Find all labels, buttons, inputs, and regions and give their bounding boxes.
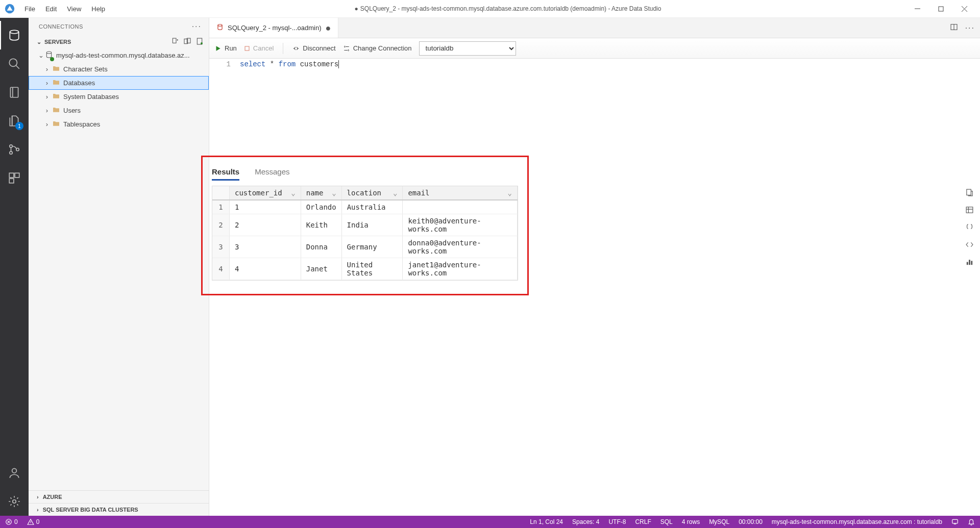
chevron-down-icon: ⌄ <box>393 189 397 197</box>
bigdata-section[interactable]: › SQL SERVER BIG DATA CLUSTERS <box>29 503 209 516</box>
svg-rect-4 <box>10 87 18 97</box>
sidebar: CONNECTIONS ··· ⌄ SERVERS ⌄ mysql-ads-te… <box>29 18 209 516</box>
row-number-header <box>212 186 230 199</box>
code-editor[interactable]: 1 select * from customers <box>209 59 980 156</box>
activity-account-icon[interactable] <box>0 459 29 487</box>
status-warnings[interactable]: 0 <box>27 518 40 525</box>
save-csv-icon[interactable] <box>965 188 974 198</box>
status-spaces[interactable]: Spaces: 4 <box>572 518 599 525</box>
status-feedback-icon[interactable] <box>951 518 959 525</box>
sidebar-header: CONNECTIONS ··· <box>29 18 209 35</box>
status-errors[interactable]: 0 <box>5 518 18 525</box>
activity-explorer-icon[interactable]: 1 <box>0 107 29 135</box>
svg-rect-26 <box>971 261 972 265</box>
sidebar-more-icon[interactable]: ··· <box>192 22 202 31</box>
col-header-location[interactable]: location⌄ <box>342 186 403 199</box>
svg-rect-10 <box>9 179 14 183</box>
activity-settings-icon[interactable] <box>0 487 29 516</box>
database-select[interactable]: tutorialdb <box>419 41 516 56</box>
sql-token: * <box>270 60 274 68</box>
svg-point-19 <box>218 24 222 27</box>
chevron-right-icon: › <box>43 93 51 100</box>
editor-tab[interactable]: SQLQuery_2 - mysql-...oadmin) ● <box>209 18 338 38</box>
results-side-toolbar <box>965 156 974 268</box>
tree-item-databases[interactable]: › Databases <box>29 76 209 90</box>
col-header-email[interactable]: email⌄ <box>403 186 518 199</box>
svg-rect-22 <box>967 189 971 195</box>
activity-sourcecontrol-icon[interactable] <box>0 135 29 164</box>
folder-icon <box>52 64 60 74</box>
status-bell-icon[interactable] <box>968 518 975 525</box>
activity-extensions-icon[interactable] <box>0 164 29 192</box>
save-json-icon[interactable] <box>965 223 974 233</box>
table-row[interactable]: 1 1 Orlando Australia <box>212 200 518 214</box>
status-rowcount[interactable]: 4 rows <box>682 518 700 525</box>
activity-connections-icon[interactable] <box>0 21 29 49</box>
servers-section-label: SERVERS <box>44 39 71 45</box>
table-row[interactable]: 4 4 Janet United States janet1@adventure… <box>212 258 518 280</box>
menu-file[interactable]: File <box>19 2 40 16</box>
sql-keyword: from <box>279 60 296 68</box>
activity-notebooks-icon[interactable] <box>0 78 29 107</box>
window-title: ●SQLQuery_2 - mysql-ads-test-common.mysq… <box>110 5 905 12</box>
server-action-icon[interactable] <box>195 37 204 46</box>
run-button[interactable]: Run <box>214 44 237 52</box>
chart-icon[interactable] <box>965 258 974 268</box>
chevron-down-icon: ⌄ <box>332 189 336 197</box>
status-elapsed[interactable]: 00:00:00 <box>739 518 763 525</box>
status-engine[interactable]: MySQL <box>709 518 729 525</box>
status-connection[interactable]: mysql-ads-test-common.mysql.database.azu… <box>772 518 942 525</box>
activity-bar: 1 <box>0 18 29 516</box>
results-panel: Results Messages customer_id⌄ name⌄ loca… <box>201 156 529 295</box>
results-grid[interactable]: customer_id⌄ name⌄ location⌄ email⌄ 1 1 … <box>212 186 518 281</box>
chevron-down-icon: ⌄ <box>37 39 41 45</box>
menu-view[interactable]: View <box>62 2 86 16</box>
change-connection-button[interactable]: Change Connection <box>343 44 412 52</box>
status-language[interactable]: SQL <box>660 518 673 525</box>
activity-explorer-badge: 1 <box>15 122 23 130</box>
azure-section[interactable]: › AZURE <box>29 490 209 503</box>
status-eol[interactable]: CRLF <box>635 518 651 525</box>
folder-icon <box>52 119 60 129</box>
save-excel-icon[interactable] <box>965 206 974 216</box>
minimize-button[interactable] <box>905 0 929 18</box>
disconnect-button[interactable]: Disconnect <box>292 44 335 52</box>
server-root[interactable]: ⌄ mysql-ads-test-common.mysql.database.a… <box>29 48 209 62</box>
line-number: 1 <box>209 60 231 68</box>
status-encoding[interactable]: UTF-8 <box>608 518 626 525</box>
close-button[interactable] <box>952 0 976 18</box>
menu-help[interactable]: Help <box>86 2 110 16</box>
messages-tab[interactable]: Messages <box>255 167 289 181</box>
col-header-customer_id[interactable]: customer_id⌄ <box>230 186 301 199</box>
maximize-button[interactable] <box>929 0 952 18</box>
table-row[interactable]: 3 3 Donna Germany donna0@adventure-works… <box>212 236 518 258</box>
menu-edit[interactable]: Edit <box>40 2 62 16</box>
new-group-icon[interactable] <box>183 37 191 46</box>
results-tab[interactable]: Results <box>212 167 239 181</box>
status-position[interactable]: Ln 1, Col 24 <box>530 518 563 525</box>
server-icon <box>45 51 53 60</box>
svg-rect-28 <box>952 519 958 523</box>
col-header-name[interactable]: name⌄ <box>301 186 342 199</box>
server-root-label: mysql-ads-test-common.mysql.database.az.… <box>56 52 190 59</box>
chevron-right-icon: › <box>43 120 51 128</box>
editor-tabbar: SQLQuery_2 - mysql-...oadmin) ● ··· <box>209 18 980 38</box>
save-xml-icon[interactable] <box>965 240 974 250</box>
svg-rect-24 <box>967 262 968 265</box>
svg-rect-8 <box>9 173 14 178</box>
cancel-button[interactable]: Cancel <box>244 44 274 52</box>
split-editor-icon[interactable] <box>950 23 958 33</box>
chevron-right-icon: › <box>37 507 39 513</box>
tree-item-system-databases[interactable]: › System Databases <box>29 90 209 104</box>
servers-section[interactable]: ⌄ SERVERS <box>29 35 209 48</box>
tree-item-users[interactable]: › Users <box>29 104 209 117</box>
activity-search-icon[interactable] <box>0 49 29 78</box>
new-connection-icon[interactable] <box>171 37 179 46</box>
sidebar-title: CONNECTIONS <box>39 23 83 30</box>
tree-item-tablespaces[interactable]: › Tablespaces <box>29 117 209 131</box>
editor-tab-label: SQLQuery_2 - mysql-...oadmin) <box>228 24 322 32</box>
tab-more-icon[interactable]: ··· <box>965 23 975 33</box>
tree-item-character-sets[interactable]: › Character Sets <box>29 62 209 76</box>
statusbar: 0 0 Ln 1, Col 24 Spaces: 4 UTF-8 CRLF SQ… <box>0 516 980 528</box>
table-row[interactable]: 2 2 Keith India keith0@adventure-works.c… <box>212 214 518 236</box>
